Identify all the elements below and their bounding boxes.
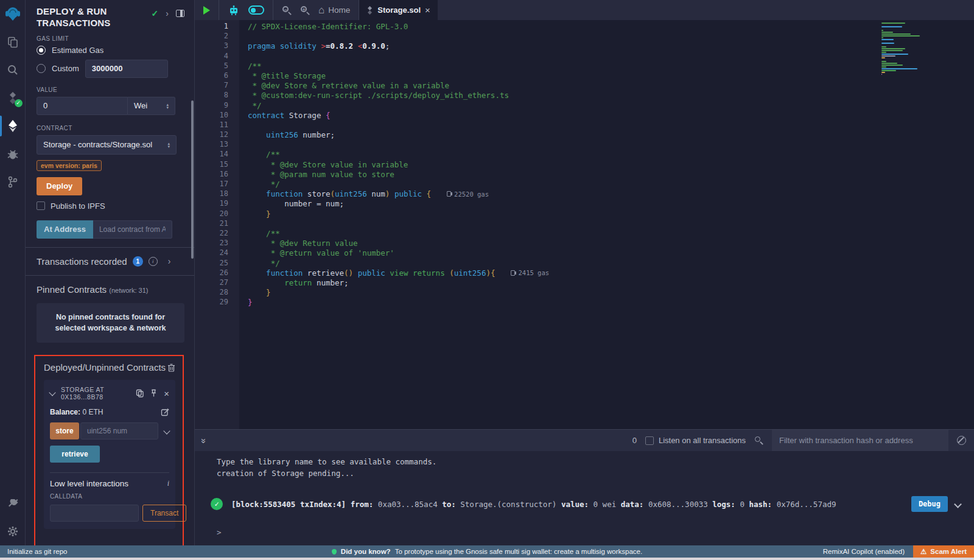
terminal-output[interactable]: Type the library name to see available c… — [195, 451, 974, 545]
deploy-run-panel: DEPLOY & RUN TRANSACTIONS ✓ › GAS LIMIT … — [26, 0, 195, 545]
ai-copilot-robot-icon[interactable] — [228, 4, 240, 16]
store-function-button[interactable]: store — [50, 422, 79, 439]
transaction-log-row[interactable]: ✓ [block:5583405 txIndex:4] from: 0xa03.… — [211, 496, 974, 512]
tx-success-icon: ✓ — [211, 498, 223, 510]
stepper-arrows-icon[interactable]: ▴▾ — [166, 103, 169, 109]
contract-label: CONTRACT — [37, 125, 184, 131]
tab-label: Storage.sol — [377, 5, 421, 15]
chevron-right-icon[interactable]: › — [166, 9, 169, 18]
plugin-manager-icon[interactable] — [0, 489, 26, 517]
edit-icon[interactable] — [161, 408, 169, 416]
solidity-compiler-icon[interactable]: ✓ — [0, 84, 26, 112]
collapse-terminal-icon[interactable]: » — [199, 438, 209, 442]
expand-tx-icon[interactable] — [954, 500, 962, 508]
terminal-search-icon[interactable] — [754, 436, 763, 445]
listen-all-transactions-option[interactable]: Listen on all transactions — [645, 436, 746, 445]
contract-select[interactable]: Storage - contracts/Storage.sol ▴▾ — [37, 135, 177, 155]
compile-success-badge: ✓ — [15, 99, 23, 107]
tx-log-text: [block:5583405 txIndex:4] from: 0xa03...… — [231, 500, 911, 509]
trash-icon[interactable] — [167, 363, 175, 372]
home-label: Home — [328, 5, 350, 15]
terminal-toolbar: » 0 Listen on all transactions — [195, 430, 974, 451]
value-unit-select[interactable]: Wei ▴▾ — [128, 97, 175, 115]
pin-icon[interactable] — [150, 389, 158, 397]
tab-storage-sol[interactable]: Storage.sol × — [359, 0, 438, 20]
debug-button[interactable]: Debug — [911, 496, 948, 512]
panel-check-icon: ✓ — [152, 9, 159, 18]
source-control-icon[interactable] — [0, 168, 26, 196]
retrieve-function-button[interactable]: retrieve — [50, 446, 100, 463]
terminal-panel: » 0 Listen on all transactions Type the … — [195, 429, 974, 545]
low-level-title: Low level interactions — [50, 479, 128, 488]
clear-terminal-icon[interactable] — [957, 436, 966, 445]
file-explorer-icon[interactable] — [0, 28, 26, 56]
lightbulb-icon — [332, 549, 337, 554]
pin-panel-icon[interactable] — [176, 10, 184, 17]
close-instance-icon[interactable]: × — [164, 389, 169, 398]
at-address-input[interactable] — [93, 220, 172, 239]
transactions-count-badge: 1 — [133, 256, 143, 267]
publish-ipfs-option[interactable]: Publish to IPFS — [37, 201, 184, 211]
terminal-tx-count: 0 — [632, 436, 637, 445]
gas-estimate-annotation: 2415 gas — [511, 269, 549, 276]
terminal-filter-input[interactable] — [772, 430, 948, 451]
chevron-right-icon[interactable]: › — [168, 256, 171, 266]
at-address-button[interactable]: At Address — [37, 220, 93, 239]
code-editor[interactable]: 1234567891011121314151617181920212223242… — [195, 20, 974, 429]
deploy-run-icon[interactable] — [0, 112, 26, 140]
evm-version-badge: evm version: paris — [37, 160, 102, 171]
calldata-input[interactable] — [50, 505, 139, 522]
tab-home[interactable]: ⌂ Home — [318, 5, 350, 15]
solidity-file-icon — [366, 6, 373, 15]
editor-minimap[interactable] — [881, 21, 927, 75]
close-tab-icon[interactable]: × — [425, 5, 430, 15]
scam-alert-button[interactable]: ⚠ Scam Alert — [913, 545, 974, 558]
contract-instance-card: STORAGE AT 0X136...8B78 × — [44, 380, 175, 529]
panel-scrollbar[interactable] — [191, 100, 194, 259]
expand-args-icon[interactable] — [163, 427, 170, 434]
value-label: VALUE — [37, 86, 184, 93]
custom-gas-option[interactable]: Custom — [37, 64, 79, 73]
pinned-empty-message: No pinned contracts found for selected w… — [37, 303, 184, 343]
run-script-icon[interactable] — [203, 6, 210, 15]
copy-icon[interactable] — [136, 389, 144, 397]
copilot-toggle[interactable] — [248, 5, 264, 15]
remix-ide-window: ✓ — [0, 0, 974, 560]
search-icon[interactable] — [0, 56, 26, 84]
info-icon[interactable]: i — [149, 257, 158, 266]
checkbox-icon[interactable] — [645, 436, 654, 445]
zoom-out-icon[interactable]: − — [282, 5, 292, 15]
transactions-recorded-row[interactable]: Transactions recorded 1 i › — [37, 248, 184, 275]
collapse-instance-icon[interactable] — [49, 389, 55, 396]
zoom-in-icon[interactable]: + — [300, 5, 310, 15]
copilot-status[interactable]: RemixAI Copilot (enabled) — [823, 548, 905, 555]
transact-button[interactable]: Transact — [142, 505, 186, 522]
radio-unselected-icon[interactable] — [37, 64, 46, 73]
remix-logo[interactable] — [0, 0, 26, 28]
pinned-contracts-title: Pinned Contracts (network: 31) — [37, 284, 184, 295]
value-unit-label: Wei — [134, 101, 147, 110]
gas-limit-label: GAS LIMIT — [37, 35, 184, 42]
debugger-icon[interactable] — [0, 140, 26, 168]
listen-label: Listen on all transactions — [659, 436, 746, 445]
custom-gas-input[interactable] — [85, 60, 168, 78]
panel-title: DEPLOY & RUN TRANSACTIONS — [37, 6, 128, 29]
store-arg-input[interactable] — [80, 422, 158, 439]
custom-gas-label: Custom — [52, 64, 79, 73]
status-bar: Initialize as git repo Did you know? To … — [0, 545, 974, 558]
estimated-gas-option[interactable]: Estimated Gas — [37, 46, 184, 55]
calldata-label: CALLDATA — [50, 493, 169, 500]
editor-toolbar: − + ⌂ Home Storage.sol × — [195, 0, 974, 20]
deployed-contracts-title: Deployed/Unpinned Contracts — [44, 362, 166, 373]
deploy-button[interactable]: Deploy — [37, 177, 82, 195]
radio-selected-icon[interactable] — [37, 46, 46, 55]
git-init-status[interactable]: Initialize as git repo — [0, 548, 67, 555]
terminal-prompt[interactable]: > — [217, 528, 974, 537]
value-input[interactable] — [37, 97, 128, 115]
instance-name[interactable]: STORAGE AT 0X136...8B78 — [61, 386, 131, 401]
editor-code[interactable]: // SPDX-License-Identifier: GPL-3.0pragm… — [239, 20, 974, 429]
window-bottom-edge — [0, 558, 974, 560]
checkbox-icon[interactable] — [37, 201, 45, 210]
settings-gear-icon[interactable] — [0, 517, 26, 545]
info-icon[interactable]: i — [167, 479, 169, 488]
